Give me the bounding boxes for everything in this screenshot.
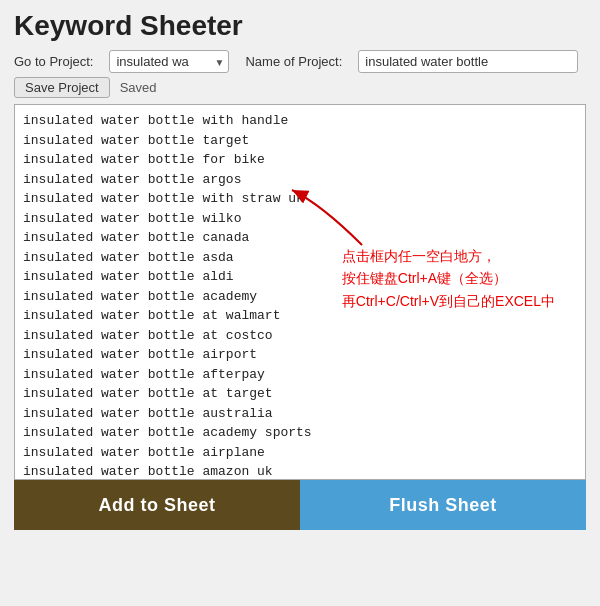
- project-select-wrapper: insulated wa ▼: [109, 50, 229, 73]
- flush-sheet-button[interactable]: Flush Sheet: [300, 480, 586, 530]
- project-name-input[interactable]: [358, 50, 578, 73]
- bottom-bar: Add to Sheet Flush Sheet: [14, 480, 586, 530]
- project-row: Go to Project: insulated wa ▼ Name of Pr…: [14, 50, 586, 73]
- go-to-project-label: Go to Project:: [14, 54, 93, 69]
- app-container: Keyword Sheeter Go to Project: insulated…: [0, 0, 600, 530]
- keyword-textarea-wrapper: 点击框内任一空白地方， 按住键盘Ctrl+A键（全选） 再Ctrl+C/Ctrl…: [14, 104, 586, 480]
- save-row: Save Project Saved: [14, 77, 586, 98]
- keyword-textarea[interactable]: [15, 105, 585, 475]
- name-of-project-label: Name of Project:: [245, 54, 342, 69]
- project-select[interactable]: insulated wa: [109, 50, 229, 73]
- app-title: Keyword Sheeter: [14, 10, 586, 42]
- save-project-button[interactable]: Save Project: [14, 77, 110, 98]
- saved-status: Saved: [120, 80, 157, 95]
- add-to-sheet-button[interactable]: Add to Sheet: [14, 480, 300, 530]
